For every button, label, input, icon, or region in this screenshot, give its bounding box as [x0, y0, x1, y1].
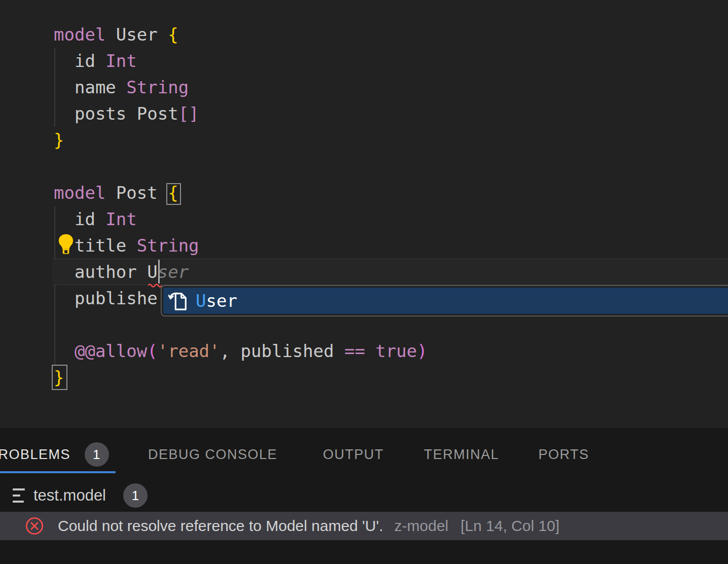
tab-problems[interactable]: PROBLEMS 1 — [0, 443, 109, 466]
problems-count-badge: 1 — [85, 442, 109, 467]
code-line[interactable]: title String — [54, 232, 427, 259]
tab-problems-label: PROBLEMS — [0, 447, 70, 463]
bracket-match-open-brace — [166, 183, 181, 205]
lightbulb-icon[interactable] — [57, 233, 75, 255]
editor-pane[interactable]: model User { id Int name String posts Po… — [0, 0, 728, 427]
tab-output[interactable]: OUTPUT — [323, 443, 384, 466]
tab-terminal[interactable]: TERMINAL — [424, 443, 499, 466]
text-cursor — [158, 260, 160, 284]
code-token: publishe — [54, 288, 158, 308]
reference-icon — [168, 290, 189, 312]
code-token: 'read' — [158, 341, 220, 361]
tab-ports-label: PORTS — [538, 447, 589, 463]
code-token: == true — [344, 341, 417, 361]
code-token: author U — [54, 262, 158, 282]
code-token: id — [54, 51, 105, 71]
code-line[interactable]: name String — [54, 74, 427, 100]
bracket-match-close-brace — [52, 365, 67, 390]
code-token: name — [54, 77, 126, 97]
code-token: Int — [105, 51, 136, 71]
code-token: id — [54, 209, 105, 229]
code-token: ) — [417, 341, 427, 361]
code-token: } — [54, 130, 64, 150]
code-token: Int — [105, 209, 136, 229]
tab-output-label: OUTPUT — [323, 447, 384, 463]
vscode-window: model User { id Int name String posts Po… — [0, 0, 728, 564]
code-line[interactable]: posts Post[] — [54, 100, 427, 127]
error-icon — [25, 516, 44, 536]
code-token: [] — [178, 103, 199, 124]
file-error-count-badge: 1 — [123, 483, 148, 508]
code-token: model — [54, 24, 116, 45]
code-token: , published — [220, 341, 345, 361]
code-token: ( — [147, 341, 157, 361]
code-line[interactable]: } — [54, 127, 427, 153]
suggest-widget[interactable]: User — [161, 285, 728, 316]
suggest-match-text: U — [196, 291, 206, 311]
error-squiggle-underline — [148, 282, 162, 288]
code-token: @@allow — [75, 341, 147, 361]
code-line[interactable]: id Int — [54, 206, 427, 232]
suggest-rest-text: ser — [206, 291, 237, 311]
tab-debug-console-label: DEBUG CONSOLE — [148, 447, 277, 463]
code-token: ser — [158, 262, 189, 282]
model-file-icon — [13, 488, 26, 503]
code-token: posts Post — [54, 103, 178, 124]
code-line[interactable]: } — [54, 364, 427, 391]
problems-file-row[interactable]: test.model 1 — [0, 480, 728, 511]
tab-terminal-label: TERMINAL — [424, 447, 499, 463]
suggest-item-user[interactable]: User — [163, 288, 728, 314]
code-line[interactable]: model User { — [54, 21, 427, 48]
error-location: [Ln 14, Col 10] — [461, 517, 560, 535]
code-area[interactable]: model User { id Int name String posts Po… — [54, 21, 427, 391]
bottom-panel: PROBLEMS 1 DEBUG CONSOLE OUTPUT TERMINAL… — [0, 427, 728, 564]
code-token: model — [54, 183, 116, 203]
problems-error-row[interactable]: Could not resolve reference to Model nam… — [0, 512, 728, 540]
code-line[interactable]: author User — [54, 259, 427, 285]
code-line[interactable]: @@allow('read', published == true) — [54, 338, 427, 364]
code-token: User — [116, 24, 168, 45]
code-token: Post — [116, 183, 168, 203]
code-line[interactable]: id Int — [54, 48, 427, 74]
error-message: Could not resolve reference to Model nam… — [58, 517, 383, 535]
active-tab-underline — [0, 471, 116, 473]
tab-ports[interactable]: PORTS — [538, 443, 589, 466]
tab-debug-console[interactable]: DEBUG CONSOLE — [148, 443, 277, 466]
code-token — [54, 341, 75, 361]
code-token: String — [137, 235, 199, 256]
code-token: String — [126, 77, 189, 97]
code-line[interactable]: model Post { — [54, 180, 427, 206]
code-token: { — [168, 24, 178, 45]
problems-file-name: test.model — [33, 486, 106, 505]
code-line[interactable] — [54, 153, 427, 180]
error-source: z-model — [394, 517, 449, 535]
suggest-item-label: User — [196, 291, 237, 311]
